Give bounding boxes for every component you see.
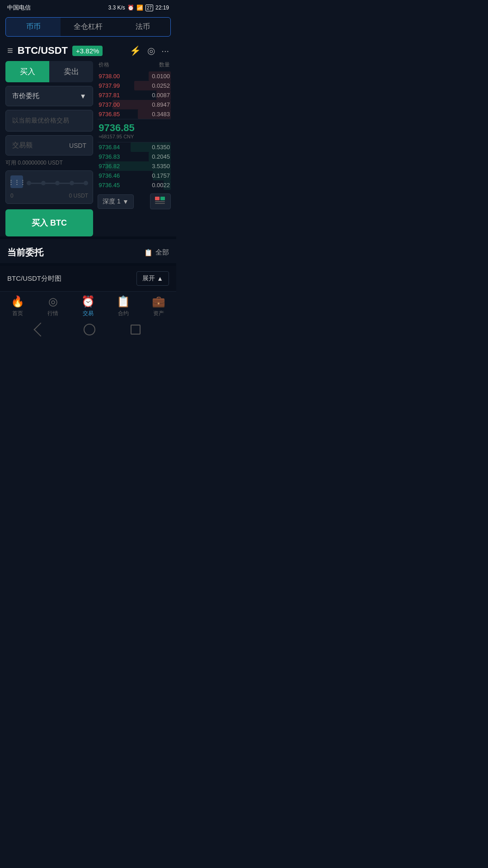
slider-labels: 0 0 USDT [10, 193, 88, 199]
contract-icon: 📋 [117, 295, 130, 308]
slider-dots [27, 181, 88, 185]
pair-icons: ⚡ ◎ ··· [130, 45, 169, 56]
tab-fiat[interactable]: 法币 [116, 18, 170, 36]
current-price-cny: ≈68157.95 CNY [99, 134, 170, 139]
more-icon[interactable]: ··· [161, 46, 169, 56]
amount-slider-container: ⋮⋮⋮ 0 0 [5, 170, 93, 204]
slider-icon: ⋮⋮⋮ [10, 175, 23, 188]
alarm-icon: ⏰ [127, 5, 134, 11]
svg-rect-1 [160, 197, 165, 200]
home-button[interactable] [84, 324, 95, 335]
nav-label-home: 首页 [12, 310, 23, 317]
wifi-icon: 📶 [136, 5, 143, 11]
sell-order-row[interactable]: 9737.99 0.0252 [98, 81, 171, 90]
price-input-field[interactable]: 以当前最优价格交易 [5, 110, 93, 132]
buy-order-row[interactable]: 9736.82 3.5350 [98, 161, 171, 171]
main-content: 买入 卖出 市价委托 ▼ 以当前最优价格交易 交易额 USDT 可用 0.000… [0, 61, 176, 236]
battery-indicator: 27 [145, 5, 153, 11]
current-price-value: 9736.85 [99, 122, 170, 134]
depth-control: 深度 1 ▼ [98, 193, 171, 209]
buy-order-row[interactable]: 9736.84 0.5350 [98, 142, 171, 152]
ob-headers: 价格 数量 [98, 61, 171, 71]
expand-arrow-icon: ▲ [157, 275, 163, 282]
nav-label-contract: 合约 [118, 310, 129, 317]
pair-title[interactable]: BTC/USDT [18, 45, 68, 57]
buy-tab[interactable]: 买入 [5, 61, 49, 82]
left-panel: 买入 卖出 市价委托 ▼ 以当前最优价格交易 交易额 USDT 可用 0.000… [5, 61, 93, 236]
recents-button[interactable] [131, 325, 141, 335]
nav-label-market: 行情 [47, 310, 58, 317]
orders-all-button[interactable]: 📋 全部 [144, 248, 169, 257]
nav-label-assets: 资产 [153, 310, 164, 317]
current-price: 9736.85 ≈68157.95 CNY [98, 119, 171, 142]
back-button[interactable] [33, 322, 47, 336]
order-type-select[interactable]: 市价委托 ▼ [5, 86, 93, 106]
svg-rect-0 [155, 197, 160, 200]
sell-tab[interactable]: 卖出 [49, 61, 93, 82]
carrier-label: 中国电信 [7, 4, 31, 12]
slider-min-label: 0 [10, 193, 14, 199]
expand-button[interactable]: 展开 ▲ [136, 271, 169, 286]
orders-icon: 📋 [144, 249, 153, 257]
order-type-label: 市价委托 [12, 92, 39, 100]
home-icon: 🔥 [11, 295, 24, 308]
phone-system-bar [0, 319, 176, 342]
depth-arrow-icon: ▼ [122, 198, 129, 205]
pair-change: +3.82% [72, 46, 103, 56]
sell-order-row[interactable]: 9736.85 0.3483 [98, 109, 171, 119]
speed-label: 3.3 K/s [108, 5, 125, 11]
ob-price-header: 价格 [99, 61, 109, 69]
ob-qty-header: 数量 [159, 61, 170, 69]
toggle-icon[interactable]: ◎ [147, 45, 155, 56]
list-icon[interactable]: ≡ [7, 45, 13, 57]
nav-item-market[interactable]: ◎ 行情 [35, 295, 70, 317]
nav-item-trade[interactable]: ⏰ 交易 [70, 295, 106, 317]
sell-order-row[interactable]: 9738.00 0.0100 [98, 71, 171, 81]
depth-select[interactable]: 深度 1 ▼ [98, 194, 134, 209]
slider-dot-50[interactable] [55, 181, 60, 185]
nav-item-assets[interactable]: 💼 资产 [141, 295, 176, 317]
svg-rect-2 [155, 201, 165, 202]
nav-label-trade: 交易 [83, 310, 94, 317]
current-orders-section: 当前委托 📋 全部 [0, 236, 176, 263]
tab-spot[interactable]: 币币 [6, 18, 61, 36]
buy-sell-toggle: 买入 卖出 [5, 61, 93, 82]
slider-dot-100[interactable] [84, 181, 88, 185]
slider-dot-0[interactable] [27, 181, 31, 185]
svg-rect-3 [155, 203, 165, 204]
buy-order-row[interactable]: 9736.45 0.0022 [98, 180, 171, 190]
depth-view-button[interactable] [150, 193, 171, 209]
price-placeholder: 以当前最优价格交易 [12, 117, 69, 124]
amount-placeholder: 交易额 [12, 141, 33, 150]
nav-item-contract[interactable]: 📋 合约 [106, 295, 141, 317]
buy-orders: 9736.84 0.5350 9736.83 0.2045 9736.82 3.… [98, 142, 171, 190]
top-tabs: 币币 全仓杠杆 法币 [5, 17, 171, 37]
amount-unit: USDT [69, 142, 86, 149]
slider-max-label: 0 USDT [69, 193, 89, 199]
buy-order-row[interactable]: 9736.46 0.1757 [98, 171, 171, 180]
slider-track[interactable] [27, 183, 88, 184]
depth-label: 深度 1 [103, 198, 121, 206]
buy-btc-button[interactable]: 买入 BTC [5, 209, 93, 236]
pair-header: ≡ BTC/USDT +3.82% ⚡ ◎ ··· [0, 40, 176, 61]
market-icon: ◎ [48, 295, 58, 308]
buy-order-row[interactable]: 9736.83 0.2045 [98, 152, 171, 161]
sell-orders: 9738.00 0.0100 9737.99 0.0252 9737.81 0.… [98, 71, 171, 119]
chart-section: BTC/USDT分时图 展开 ▲ [0, 263, 176, 291]
sell-order-row[interactable]: 9737.00 0.8947 [98, 100, 171, 109]
dropdown-arrow-icon: ▼ [80, 92, 86, 100]
amount-input-field[interactable]: 交易额 USDT [5, 135, 93, 156]
chart-icon[interactable]: ⚡ [130, 45, 141, 56]
status-right: 3.3 K/s ⏰ 📶 27 22:19 [108, 5, 169, 11]
order-book: 价格 数量 9738.00 0.0100 9737.99 0.0252 9737… [98, 61, 171, 236]
pair-left: ≡ BTC/USDT +3.82% [7, 45, 103, 57]
orders-title: 当前委托 [7, 246, 43, 259]
trade-icon: ⏰ [81, 295, 95, 308]
bottom-nav: 🔥 首页 ◎ 行情 ⏰ 交易 📋 合约 💼 资产 [0, 291, 176, 319]
nav-item-home[interactable]: 🔥 首页 [0, 295, 35, 317]
expand-label: 展开 [142, 274, 155, 283]
sell-order-row[interactable]: 9737.81 0.0087 [98, 90, 171, 100]
slider-dot-25[interactable] [41, 181, 46, 185]
tab-margin[interactable]: 全仓杠杆 [61, 18, 115, 36]
slider-dot-75[interactable] [70, 181, 74, 185]
